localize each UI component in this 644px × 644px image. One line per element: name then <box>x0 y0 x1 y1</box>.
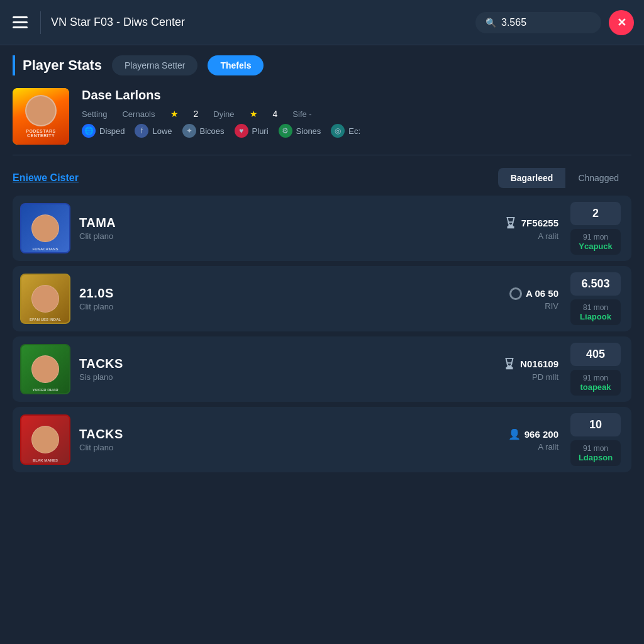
card-avatar-3: YAICER DHAR <box>20 344 70 394</box>
card-score-1: 2 <box>570 202 621 225</box>
badge-blue-icon: 🌐 <box>82 124 96 138</box>
card-detail-2: 81 mon Liapook <box>570 299 621 325</box>
stat3-value: 2 <box>194 109 199 119</box>
stat1-label: Setting <box>82 109 107 119</box>
badge3-label: Bicoes <box>200 126 225 136</box>
table-row[interactable]: EFAN UES INDAL 21.0S Clit plano A 06 50 … <box>13 266 631 331</box>
player-cards-list: FUNACATANS TAMA Clit plano 7F56255 A ral… <box>13 196 631 472</box>
card-right-2: 6.503 81 mon Liapook <box>567 272 624 325</box>
tab-playerna-setter[interactable]: Playerna Setter <box>112 55 198 75</box>
svg-rect-3 <box>507 367 513 369</box>
card-id-4: 966 200 <box>525 429 558 440</box>
card-score-3: 405 <box>570 343 621 366</box>
search-icon: 🔍 <box>486 18 496 28</box>
badge-fb-icon: f <box>135 124 148 138</box>
card-detail-line1-1: 91 mon <box>578 233 613 242</box>
card-icon-row-1: 7F56255 <box>504 216 558 230</box>
close-button[interactable]: ✕ <box>609 10 634 35</box>
badge2-label: Lowe <box>152 126 172 136</box>
person-icon-4: 👤 <box>508 428 521 441</box>
section-title: Player Stats <box>23 57 102 74</box>
card-info-4: TACKS Clit plano <box>79 427 462 452</box>
badge4-label: Pluri <box>252 126 269 136</box>
badge-cross-icon: ✦ <box>182 124 196 138</box>
card-id-2: A 06 50 <box>526 288 558 299</box>
header: VN Star F03 - Diws Center 🔍 3.565 ✕ <box>0 0 644 45</box>
star1-icon: ★ <box>170 109 179 119</box>
card-avatar-2: EFAN UES INDAL <box>20 274 70 324</box>
tab-bagarleed[interactable]: Bagarleed <box>498 168 566 188</box>
badge6-label: Ec: <box>348 126 360 136</box>
card-name-4: TACKS <box>79 427 462 441</box>
player-badges: 🌐 Disped f Lowe ✦ Bicoes ♥ Pluri ⚙ Si <box>82 124 631 138</box>
trophy-icon-1 <box>504 216 518 230</box>
card-sub-1: A ralit <box>538 231 558 241</box>
card-right-1: 2 91 mon Ycapuck <box>567 202 624 255</box>
header-title: VN Star F03 - Diws Center <box>51 16 468 29</box>
tab-chnagged[interactable]: Chnagged <box>565 168 631 188</box>
card-sub-4: A ralit <box>538 442 558 452</box>
browse-tabs: Bagarleed Chnagged <box>498 168 631 188</box>
badge5-label: Siones <box>296 126 321 136</box>
card-name-1: TAMA <box>79 216 462 230</box>
card-subtitle-2: Clit plano <box>79 302 462 311</box>
badge-3: ✦ Bicoes <box>182 124 225 138</box>
card-detail-3: 91 mon toapeak <box>570 370 621 396</box>
card-detail-line2-2: Liapook <box>578 312 613 321</box>
card-avatar-1: FUNACATANS <box>20 203 70 253</box>
badge-1: 🌐 Disped <box>82 124 125 138</box>
player-avatar: PODESTARSCENTERITY <box>13 88 69 145</box>
badge-green-icon: ⚙ <box>279 124 292 138</box>
browse-section: Eniewe Cister Bagarleed Chnagged FUNACAT… <box>13 168 631 472</box>
browse-header: Eniewe Cister Bagarleed Chnagged <box>13 168 631 188</box>
card-id-3: N016109 <box>520 358 558 369</box>
card-name-3: TACKS <box>79 357 462 371</box>
card-icon-row-2: A 06 50 <box>509 287 558 300</box>
card-subtitle-4: Clit plano <box>79 443 462 452</box>
card-right-4: 10 91 mon Ldapson <box>567 413 624 466</box>
card-detail-line1-4: 91 mon <box>578 444 613 453</box>
card-mid-4: 👤 966 200 A ralit <box>470 428 558 452</box>
card-subtitle-1: Clit plano <box>79 231 462 241</box>
search-value: 3.565 <box>501 17 526 28</box>
card-detail-line2-3: toapeak <box>578 382 613 392</box>
badge-6: ◎ Ec: <box>331 124 360 138</box>
card-name-2: 21.0S <box>79 286 462 301</box>
ring-icon-2 <box>509 287 522 300</box>
card-detail-line1-2: 81 mon <box>578 303 613 312</box>
header-divider <box>40 11 41 34</box>
stat2-label: Cernaols <box>122 109 155 119</box>
badge-heart-icon: ♥ <box>235 124 248 138</box>
section-header: Player Stats Playerna Setter Thefels <box>13 55 631 75</box>
tab-thefels[interactable]: Thefels <box>208 55 264 75</box>
player-stats-row: Setting Cernaols ★ 2 Dyine ★ 4 Sife - <box>82 109 631 119</box>
card-detail-4: 91 mon Ldapson <box>570 440 621 466</box>
card-info-3: TACKS Sis plano <box>79 357 462 382</box>
card-subtitle-3: Sis plano <box>79 372 462 382</box>
card-info-2: 21.0S Clit plano <box>79 286 462 311</box>
stat5-value: 4 <box>273 109 278 119</box>
card-info-1: TAMA Clit plano <box>79 216 462 241</box>
stat6-label: Sife - <box>292 109 311 119</box>
badge-teal-icon: ◎ <box>331 124 345 138</box>
trophy-icon-3 <box>502 357 516 371</box>
star2-icon: ★ <box>250 109 258 119</box>
card-sub-2: RIV <box>545 301 558 311</box>
player-name: Dase Larlons <box>82 88 631 103</box>
player-info: Dase Larlons Setting Cernaols ★ 2 Dyine … <box>82 88 631 138</box>
table-row[interactable]: YAICER DHAR TACKS Sis plano N016109 PD m… <box>13 336 631 402</box>
search-bar[interactable]: 🔍 3.565 <box>475 12 601 33</box>
card-detail-1: 91 mon Ycapuck <box>570 229 621 255</box>
table-row[interactable]: FUNACATANS TAMA Clit plano 7F56255 A ral… <box>13 196 631 261</box>
card-score-4: 10 <box>570 413 621 436</box>
menu-button[interactable] <box>10 14 30 31</box>
svg-rect-1 <box>508 226 513 228</box>
card-detail-line1-3: 91 mon <box>578 374 613 382</box>
player-profile: PODESTARSCENTERITY Dase Larlons Setting … <box>13 88 631 155</box>
card-sub-3: PD mllt <box>532 372 558 382</box>
card-avatar-4: BLAK MANES <box>20 414 70 465</box>
table-row[interactable]: BLAK MANES TACKS Clit plano 👤 966 200 A … <box>13 407 631 472</box>
card-mid-3: N016109 PD mllt <box>470 357 558 382</box>
stat4-label: Dyine <box>213 109 234 119</box>
card-icon-row-4: 👤 966 200 <box>508 428 558 441</box>
